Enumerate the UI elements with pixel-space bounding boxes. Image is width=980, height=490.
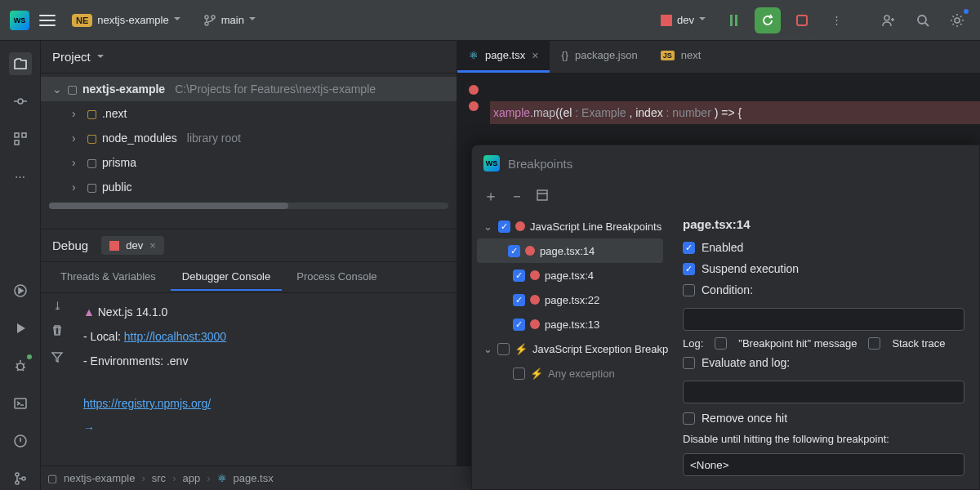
- checkbox[interactable]: [513, 318, 525, 331]
- project-panel-title: Project: [52, 50, 91, 64]
- project-tree: ⌄ ▢ nextjs-example C:\Projects for Featu…: [41, 74, 457, 229]
- group-by-button[interactable]: [536, 189, 549, 204]
- tree-item[interactable]: › ▢ .next: [41, 101, 457, 126]
- checkbox[interactable]: [513, 368, 525, 380]
- editor-tab[interactable]: ⚛ page.tsx ×: [457, 40, 550, 73]
- disable-until-select[interactable]: <None>: [683, 453, 964, 476]
- breakpoint-item[interactable]: page.tsx:22: [472, 287, 668, 312]
- condition-checkbox[interactable]: [683, 284, 695, 296]
- terminal-tool-button[interactable]: [9, 392, 32, 415]
- breakpoint-dot[interactable]: [469, 101, 479, 111]
- local-url-link[interactable]: http://localhost:3000: [124, 330, 226, 343]
- run-config-selector[interactable]: dev: [654, 11, 712, 29]
- subtab-process-console[interactable]: Process Console: [285, 264, 388, 291]
- tree-root[interactable]: ⌄ ▢ nextjs-example C:\Projects for Featu…: [41, 77, 457, 101]
- crumb[interactable]: page.tsx: [234, 472, 274, 484]
- remove-breakpoint-button[interactable]: －: [510, 186, 524, 206]
- stop-button[interactable]: [789, 7, 815, 33]
- tree-item[interactable]: › ▢ node_modules library root: [41, 126, 457, 150]
- subtab-debugger-console[interactable]: Debugger Console: [171, 264, 282, 291]
- project-selector[interactable]: NE nextjs-example: [65, 11, 187, 30]
- crumb[interactable]: app: [182, 472, 200, 484]
- structure-tool-button[interactable]: [9, 127, 32, 150]
- chevron-right-icon: ›: [72, 180, 82, 194]
- settings-icon[interactable]: [944, 7, 970, 33]
- eval-checkbox[interactable]: [683, 357, 695, 369]
- code-with-me-icon[interactable]: [875, 7, 902, 33]
- stack-checkbox[interactable]: [868, 337, 880, 350]
- json-icon: {}: [561, 49, 568, 61]
- filter-button[interactable]: [51, 350, 64, 366]
- editor-tab[interactable]: JS next: [649, 40, 713, 73]
- close-icon[interactable]: ×: [149, 239, 156, 252]
- folder-icon: ▢: [87, 156, 97, 169]
- rerun-button[interactable]: [755, 7, 781, 33]
- tree-item[interactable]: › ▢ public: [41, 175, 457, 199]
- console-line: - Local:: [83, 330, 121, 343]
- remove-once-checkbox[interactable]: [683, 412, 695, 425]
- main-menu-button[interactable]: [39, 15, 56, 26]
- eval-input[interactable]: [683, 381, 964, 403]
- crumb[interactable]: src: [152, 472, 166, 484]
- condition-input[interactable]: [683, 308, 964, 331]
- chevron-right-icon: ›: [72, 156, 82, 169]
- breakpoint-group[interactable]: ⌄ ⚡ JavaScript Exception Breakpoints: [472, 336, 668, 361]
- checkbox[interactable]: [498, 220, 510, 233]
- breakpoint-icon: [525, 246, 535, 256]
- svg-point-16: [22, 477, 25, 480]
- group-label: JavaScript Exception Breakpoints: [532, 343, 668, 355]
- checkbox[interactable]: [497, 343, 510, 355]
- suspend-checkbox[interactable]: [683, 263, 695, 275]
- checkbox[interactable]: [508, 245, 520, 257]
- svg-point-4: [918, 16, 926, 24]
- vcs-tool-button[interactable]: [9, 467, 32, 490]
- dialog-title: Breakpoints: [508, 157, 572, 171]
- editor-tab-label: package.json: [575, 49, 638, 61]
- svg-point-14: [16, 473, 19, 476]
- close-icon[interactable]: ×: [532, 49, 538, 62]
- horizontal-scrollbar[interactable]: [49, 203, 448, 209]
- branch-selector[interactable]: main: [197, 11, 262, 30]
- branch-name-label: main: [221, 14, 244, 26]
- subtab-threads[interactable]: Threads & Variables: [49, 264, 167, 291]
- pause-button[interactable]: [720, 7, 746, 33]
- breakpoint-group[interactable]: ⌄ JavaScript Line Breakpoints: [472, 214, 668, 238]
- breakpoint-item[interactable]: ⚡ Any exception: [472, 361, 668, 385]
- registry-url-link[interactable]: https://registry.npmjs.org/: [83, 397, 211, 410]
- more-menu-button[interactable]: ⋮: [823, 7, 849, 33]
- checkbox[interactable]: [513, 270, 525, 282]
- enabled-checkbox[interactable]: [683, 242, 695, 254]
- svg-rect-17: [537, 190, 547, 200]
- bp-hit-checkbox[interactable]: [715, 337, 727, 350]
- run-config-label: dev: [677, 14, 694, 26]
- breakpoint-item[interactable]: page.tsx:4: [472, 263, 668, 287]
- commit-tool-button[interactable]: [9, 90, 32, 113]
- field-label: "Breakpoint hit" message: [738, 337, 857, 350]
- problems-tool-button[interactable]: [9, 430, 32, 452]
- more-tools-button[interactable]: ⋯: [9, 165, 32, 188]
- checkbox[interactable]: [513, 294, 525, 306]
- svg-point-2: [212, 16, 215, 19]
- breakpoint-dot[interactable]: [469, 85, 479, 95]
- project-tool-button[interactable]: [9, 52, 32, 75]
- breakpoint-icon: [530, 319, 540, 329]
- prompt-icon[interactable]: →: [83, 421, 95, 434]
- react-icon: ⚛: [469, 49, 479, 61]
- debug-session-tab[interactable]: dev ×: [101, 236, 164, 255]
- breakpoint-label: page.tsx:13: [545, 318, 599, 331]
- scroll-to-end-button[interactable]: ⤓: [53, 300, 62, 312]
- clear-button[interactable]: [51, 323, 64, 339]
- breakpoint-item[interactable]: page.tsx:14: [477, 238, 663, 263]
- svg-point-6: [18, 99, 23, 104]
- run-tool-button[interactable]: [9, 279, 32, 302]
- editor-tab[interactable]: {} package.json: [550, 40, 648, 73]
- add-breakpoint-button[interactable]: ＋: [483, 186, 498, 206]
- play-tool-button[interactable]: [9, 317, 32, 340]
- tree-item[interactable]: › ▢ prisma: [41, 150, 457, 175]
- crumb[interactable]: nextjs-example: [64, 472, 135, 484]
- debug-tool-button[interactable]: [9, 354, 32, 377]
- project-badge: NE: [72, 14, 92, 27]
- breakpoint-item[interactable]: page.tsx:13: [472, 312, 668, 336]
- project-panel-header[interactable]: Project: [41, 41, 457, 74]
- search-icon[interactable]: [910, 7, 936, 33]
